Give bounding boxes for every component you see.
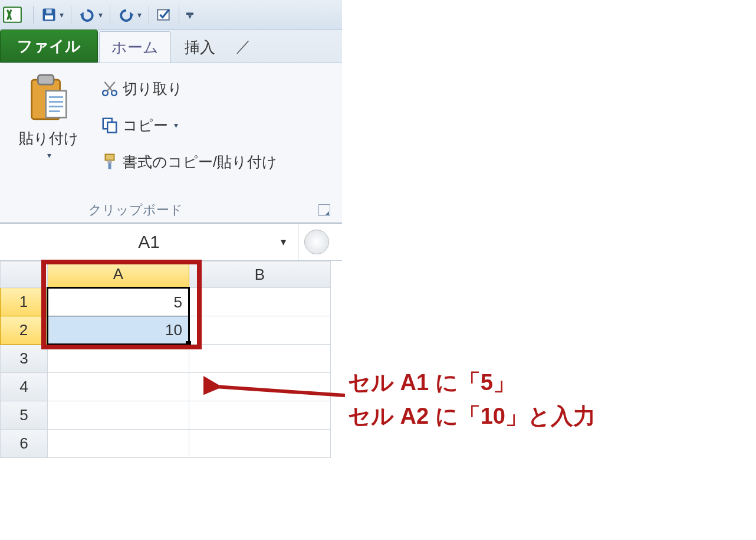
row-header-5[interactable]: 5	[1, 401, 48, 430]
svg-rect-2	[45, 15, 53, 19]
paste-button[interactable]: 貼り付け ▾	[19, 68, 79, 160]
cell-B4[interactable]	[189, 373, 331, 401]
save-icon	[41, 6, 57, 23]
separator	[179, 6, 179, 24]
copy-button[interactable]: コピー ▾	[97, 107, 337, 143]
save-button[interactable]: ▾	[38, 4, 66, 25]
customize-icon: ▬▾	[186, 11, 193, 19]
fill-handle[interactable]	[186, 341, 191, 346]
row-header-4[interactable]: 4	[1, 373, 48, 401]
customize-qat-button[interactable]: ▬▾	[184, 8, 196, 21]
tab-home[interactable]: ホーム	[99, 31, 171, 63]
cell-B5[interactable]	[189, 401, 331, 430]
svg-rect-0	[4, 7, 21, 22]
spreadsheet-grid: A B 1 5 2 10 3 4	[0, 261, 331, 458]
copy-icon	[97, 116, 123, 134]
formula-bar-row: A1 ▾	[0, 224, 342, 261]
separator	[110, 6, 110, 24]
cell-B6[interactable]	[189, 430, 331, 458]
annotation-line1: セル A1 に「5」	[348, 366, 596, 400]
cut-button[interactable]: 切り取り	[97, 70, 337, 107]
name-box[interactable]: A1 ▾	[0, 224, 298, 260]
cell-B1[interactable]	[189, 288, 331, 316]
annotation-line2: セル A2 に「10」と入力	[348, 400, 596, 433]
row-header-1[interactable]: 1	[1, 288, 48, 316]
svg-rect-7	[46, 91, 67, 117]
checkbox-icon	[156, 7, 172, 22]
svg-rect-3	[46, 9, 51, 14]
fx-button[interactable]	[304, 230, 329, 254]
cell-B2[interactable]	[189, 316, 331, 345]
tab-insert[interactable]: 挿入	[172, 31, 228, 63]
redo-button[interactable]: ▾	[115, 5, 144, 25]
undo-icon	[78, 7, 96, 22]
chevron-down-icon: ▾	[137, 11, 142, 19]
chevron-down-icon[interactable]: ▾	[281, 235, 286, 248]
chevron-down-icon: ▾	[98, 11, 103, 19]
name-box-value: A1	[138, 232, 160, 252]
scissors-icon	[97, 80, 123, 97]
paste-label: 貼り付け	[19, 129, 79, 148]
cell-A3[interactable]	[48, 345, 189, 373]
ribbon-tabs: ファイル ホーム 挿入 ／	[0, 30, 342, 63]
cell-A2[interactable]: 10	[48, 316, 189, 345]
tab-truncated: ／	[229, 36, 251, 63]
cut-label: 切り取り	[123, 79, 183, 99]
separator	[33, 6, 34, 24]
column-header-B[interactable]: B	[189, 261, 331, 288]
separator	[71, 6, 71, 24]
excel-icon	[2, 5, 22, 25]
paste-icon	[25, 71, 73, 127]
row-header-2[interactable]: 2	[1, 316, 48, 345]
format-painter-label: 書式のコピー/貼り付け	[123, 152, 277, 172]
svg-rect-16	[106, 155, 114, 161]
row-header-6[interactable]: 6	[1, 430, 48, 458]
brush-icon	[97, 153, 123, 171]
chevron-down-icon: ▾	[60, 11, 64, 19]
copy-label: コピー	[123, 116, 168, 135]
column-header-A[interactable]: A	[48, 261, 189, 288]
cell-A4[interactable]	[48, 373, 189, 401]
svg-rect-15	[107, 122, 116, 133]
separator	[149, 6, 149, 24]
undo-button[interactable]: ▾	[76, 5, 105, 25]
dialog-launcher[interactable]	[318, 204, 330, 216]
cell-A6[interactable]	[48, 430, 189, 458]
cell-A5[interactable]	[48, 401, 189, 430]
annotation-text: セル A1 に「5」 セル A2 に「10」と入力	[348, 366, 596, 433]
chevron-down-icon[interactable]: ▾	[174, 120, 178, 130]
chevron-down-icon[interactable]: ▾	[47, 150, 51, 160]
row-header-3[interactable]: 3	[1, 345, 48, 373]
tab-file[interactable]: ファイル	[0, 30, 98, 63]
svg-rect-6	[38, 75, 54, 84]
format-painter-button[interactable]: 書式のコピー/貼り付け	[97, 143, 337, 180]
redo-icon	[117, 7, 135, 22]
clipboard-group-label: クリップボード	[88, 201, 183, 219]
cell-A1[interactable]: 5	[48, 288, 189, 316]
check-button[interactable]	[154, 5, 174, 25]
cell-B3[interactable]	[189, 345, 331, 373]
svg-rect-17	[107, 161, 112, 163]
spreadsheet-grid-wrapper: A B 1 5 2 10 3 4	[0, 261, 342, 458]
select-all-corner[interactable]	[1, 261, 48, 288]
quick-access-toolbar: ▾ ▾ ▾ ▬▾	[0, 0, 342, 30]
ribbon-clipboard-group: 貼り付け ▾ 切り取り	[0, 63, 342, 224]
